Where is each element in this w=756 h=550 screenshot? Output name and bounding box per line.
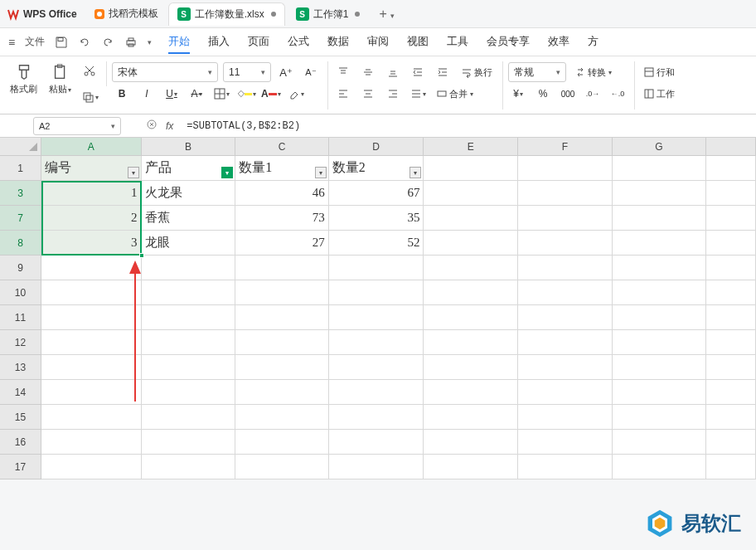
cell[interactable]	[329, 256, 424, 280]
cell-B8[interactable]: 龙眼	[142, 231, 236, 256]
tab-template[interactable]: 找稻壳模板	[85, 2, 167, 26]
cell[interactable]	[41, 305, 142, 330]
cell[interactable]	[613, 380, 707, 405]
tab-view[interactable]: 视图	[407, 31, 429, 54]
cell-B1[interactable]: 产品▾	[142, 156, 236, 181]
cell[interactable]	[613, 330, 707, 355]
cell[interactable]	[142, 280, 236, 305]
col-header-D[interactable]: D	[329, 138, 424, 156]
align-bottom-button[interactable]	[383, 63, 403, 81]
cell[interactable]	[518, 330, 613, 355]
cell[interactable]	[41, 430, 142, 455]
col-header-C[interactable]: C	[235, 138, 329, 156]
decrease-indent-button[interactable]	[408, 63, 428, 81]
cell-G1[interactable]	[613, 156, 707, 181]
justify-button[interactable]: ▾	[408, 85, 428, 103]
cell[interactable]	[613, 355, 707, 380]
cell[interactable]	[518, 231, 613, 256]
cell[interactable]	[424, 206, 518, 231]
save-icon[interactable]	[55, 36, 68, 49]
cell-D8[interactable]: 52	[329, 231, 424, 256]
align-middle-button[interactable]	[358, 63, 378, 81]
cell[interactable]	[613, 280, 707, 305]
cell[interactable]	[329, 305, 424, 330]
fill-color-button[interactable]: ▾	[236, 85, 256, 103]
cell[interactable]	[41, 280, 142, 305]
increase-indent-button[interactable]	[433, 63, 453, 81]
font-family-select[interactable]: 宋体▾	[112, 62, 218, 82]
align-left-button[interactable]	[333, 85, 353, 103]
decrease-decimal-button[interactable]: ←.0	[608, 85, 628, 103]
cell[interactable]	[329, 405, 424, 430]
merge-button[interactable]: 合并▾	[433, 86, 477, 102]
cell[interactable]	[142, 430, 236, 455]
col-header-B[interactable]: B	[142, 138, 236, 156]
cell[interactable]	[235, 305, 329, 330]
cell[interactable]	[235, 380, 329, 405]
hamburger-icon[interactable]: ≡	[8, 36, 15, 49]
cell-C7[interactable]: 73	[235, 206, 329, 231]
cell[interactable]	[329, 330, 424, 355]
row-header-17[interactable]: 17	[0, 455, 41, 479]
tab-page[interactable]: 页面	[248, 31, 269, 54]
row-header-12[interactable]: 12	[0, 330, 41, 355]
cell-B3[interactable]: 火龙果	[142, 181, 236, 206]
decrease-font-button[interactable]: A⁻	[301, 63, 321, 81]
cell[interactable]	[518, 405, 613, 430]
align-center-button[interactable]	[358, 85, 378, 103]
col-header-A[interactable]: A	[41, 138, 142, 156]
cell-C8[interactable]: 27	[235, 231, 329, 256]
row-header-7[interactable]: 7	[0, 206, 41, 231]
cell-E1[interactable]	[424, 156, 518, 181]
cell[interactable]	[142, 330, 236, 355]
col-header-F[interactable]: F	[518, 138, 613, 156]
number-format-select[interactable]: 常规▾	[508, 62, 566, 82]
cell[interactable]	[424, 280, 518, 305]
cell[interactable]	[41, 355, 142, 380]
cell[interactable]	[142, 305, 236, 330]
select-all-corner[interactable]	[0, 138, 41, 156]
cell[interactable]	[518, 430, 613, 455]
cell[interactable]	[235, 256, 329, 280]
cell[interactable]	[329, 280, 424, 305]
cell[interactable]	[518, 380, 613, 405]
cell[interactable]	[142, 380, 236, 405]
cell[interactable]	[518, 280, 613, 305]
cell[interactable]	[329, 430, 424, 455]
cell-C3[interactable]: 46	[235, 181, 329, 206]
filter-button[interactable]: ▾	[315, 167, 327, 178]
cell[interactable]	[41, 330, 142, 355]
comma-button[interactable]: 000	[558, 85, 578, 103]
cell[interactable]	[41, 405, 142, 430]
cell[interactable]	[329, 355, 424, 380]
cell[interactable]	[518, 206, 613, 231]
row-header-16[interactable]: 16	[0, 430, 41, 455]
cell[interactable]	[518, 305, 613, 330]
cell[interactable]	[235, 405, 329, 430]
print-icon[interactable]	[124, 36, 138, 49]
cell[interactable]	[424, 455, 518, 479]
tab-start[interactable]: 开始	[168, 31, 190, 54]
cell[interactable]	[424, 430, 518, 455]
tab-review[interactable]: 审阅	[367, 31, 389, 54]
cell[interactable]	[706, 280, 756, 305]
align-right-button[interactable]	[383, 85, 403, 103]
clear-format-button[interactable]: ▾	[286, 85, 306, 103]
cell[interactable]	[706, 355, 756, 380]
undo-icon[interactable]	[78, 36, 91, 49]
cell[interactable]	[706, 380, 756, 405]
cell[interactable]	[706, 330, 756, 355]
cell[interactable]	[613, 231, 707, 256]
cell-H1[interactable]	[706, 156, 756, 181]
cell[interactable]	[613, 256, 707, 280]
cell[interactable]	[41, 455, 142, 479]
tab-insert[interactable]: 插入	[208, 31, 230, 54]
col-header-G[interactable]: G	[613, 138, 707, 156]
cell[interactable]	[518, 455, 613, 479]
cell[interactable]	[329, 455, 424, 479]
tab-add-button[interactable]: + ▾	[371, 7, 403, 22]
row-header-14[interactable]: 14	[0, 380, 41, 405]
font-color-button[interactable]: A▾	[261, 85, 281, 103]
cell[interactable]	[424, 330, 518, 355]
cell[interactable]	[424, 181, 518, 206]
